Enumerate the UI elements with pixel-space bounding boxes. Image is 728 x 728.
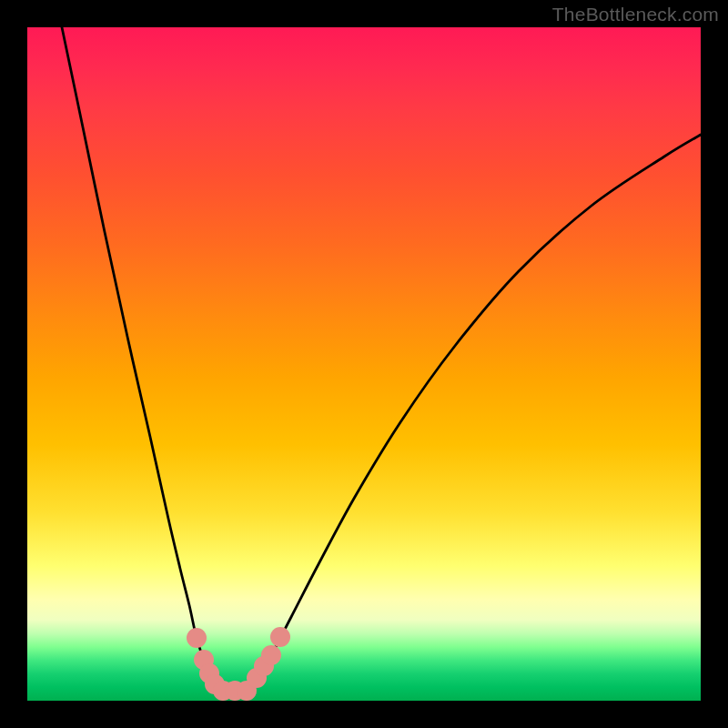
plot-area bbox=[27, 27, 701, 701]
curve-left-branch bbox=[62, 27, 223, 692]
data-marker bbox=[270, 627, 290, 647]
chart-container: TheBottleneck.com bbox=[0, 0, 728, 728]
data-marker bbox=[261, 645, 281, 665]
curve-right-branch bbox=[246, 135, 701, 692]
curve-layer bbox=[27, 27, 701, 701]
watermark-text: TheBottleneck.com bbox=[552, 4, 719, 25]
data-marker bbox=[187, 628, 207, 648]
